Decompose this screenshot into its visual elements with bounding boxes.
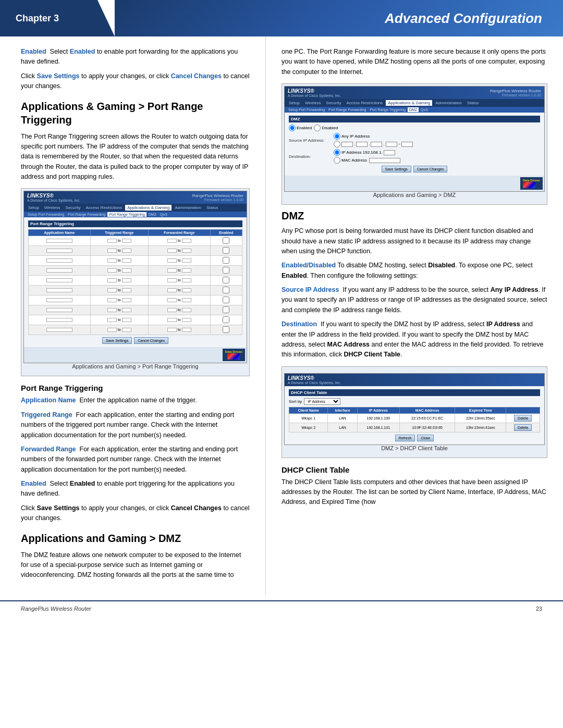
intro-save: Click Save Settings to apply your change…	[21, 71, 250, 92]
table-row: to to	[29, 246, 242, 256]
dnav-status[interactable]: Status	[465, 100, 481, 106]
dnav-wireless[interactable]: Wireless	[303, 100, 323, 106]
router-header: LINKSYS® A Division of Cisco Systems, In…	[24, 191, 247, 204]
table-row: to to	[29, 305, 242, 315]
footer-product: RangePlus Wireless Router	[21, 606, 91, 612]
dmz-source-row: Source IP Address: Any IP Address .	[289, 133, 540, 147]
router-version: Firmware version 1.0.00	[192, 198, 243, 202]
dhcp-section-title: DHCP Client Table	[289, 389, 540, 396]
nav-admin[interactable]: Administration	[173, 205, 203, 211]
subnav-porttrigger[interactable]: Port Range Triggering	[107, 212, 146, 217]
main-content: Enabled Select Enabled to enable port fo…	[0, 36, 563, 595]
router-action-buttons: Save Settings Cancel Changes	[28, 337, 242, 344]
source-ip-5[interactable]	[401, 142, 413, 147]
dmz-content: DMZ Enabled Disabled	[285, 113, 544, 176]
router-logo: LINKSYS®	[27, 193, 80, 199]
source-ip-4[interactable]	[386, 142, 397, 147]
dhcp-table-row: Wkspc 1 LAN 192.168.1.100 22:15:63:CC:F1…	[289, 413, 540, 423]
dhcp-caption: DMZ > DHCP Client Table	[284, 445, 545, 451]
dmz-data-driven-logo: Data Driven	[520, 177, 543, 190]
dmz-subnav: Setup Port Forwarding Port Range Forward…	[285, 107, 544, 113]
nav-wireless[interactable]: Wireless	[42, 205, 63, 211]
subnav-portrange[interactable]: Port Range Forwarding	[66, 212, 107, 217]
subnav-qos[interactable]: QoS	[158, 212, 169, 217]
section2-heading: Applications and Gaming > DMZ	[21, 532, 250, 545]
source-ip-2[interactable]	[356, 142, 368, 147]
subnav-portfwd[interactable]: Setup Port Forwarding	[26, 212, 66, 217]
dest-mac-radio[interactable]	[334, 157, 340, 164]
dhcp-refresh-button[interactable]: Refresh	[395, 435, 415, 441]
dmz-screenshot-caption: Applications and Gaming > DMZ	[284, 192, 545, 198]
dest-mac-field[interactable]	[369, 158, 400, 163]
dhcp-logo: LINKSYS®	[288, 375, 341, 381]
dmz-save-button[interactable]: Save Settings	[382, 166, 411, 172]
dhcp-delete-btn-2[interactable]: Delete	[514, 424, 532, 431]
page-header: Chapter 3 Advanced Configuration	[0, 0, 563, 36]
nav-setup[interactable]: Setup	[26, 205, 41, 211]
dmz-logo: LINKSYS®	[288, 88, 341, 94]
nav-status[interactable]: Status	[204, 205, 221, 211]
dmz-disabled-radio[interactable]	[314, 125, 321, 131]
dsubnav-portfwd[interactable]: Setup Port Forwarding	[287, 107, 326, 112]
port-range-heading: Port Range Triggering	[21, 384, 250, 392]
chapter-label: Chapter 3	[0, 0, 115, 36]
enabled-desc: Enabled Select Enabled to enable port tr…	[21, 479, 250, 499]
dmz-cancel-button[interactable]: Cancel Changes	[413, 166, 448, 172]
dnav-admin[interactable]: Administration	[433, 100, 464, 106]
header-right: Advanced Configuration	[115, 0, 563, 36]
dhcp-delete-btn-1[interactable]: Delete	[514, 415, 532, 422]
source-label: Source IP Address:	[289, 138, 331, 143]
subnav-dmz[interactable]: DMZ	[147, 212, 158, 217]
source-any-radio[interactable]	[334, 133, 340, 140]
dhcp-content: DHCP Client Table Sort by IP Address Cli…	[285, 386, 544, 445]
dhcp-header: LINKSYS® A Division of Cisco Systems, In…	[285, 374, 544, 386]
dsubnav-portrange[interactable]: Port Range Forwarding	[327, 107, 368, 112]
dhcp-sortby: Sort by IP Address Client Name Interface…	[289, 398, 540, 405]
cancel-changes-button[interactable]: Cancel Changes	[134, 337, 168, 344]
dsubnav-dmz[interactable]: DMZ	[408, 107, 419, 112]
dhcp-table-row: Wkspc 2 LAN 192.168.1.101 10:9F:32:4E:D3…	[289, 423, 540, 432]
dhcp-close-button[interactable]: Close	[417, 435, 434, 441]
dest-ip-field[interactable]	[384, 150, 395, 155]
dsubnav-porttrigger[interactable]: Port Range Triggering	[368, 107, 407, 112]
dnav-access[interactable]: Access Restrictions	[344, 100, 385, 106]
router-section-title: Port Range Triggering	[28, 220, 242, 227]
dmz-header: LINKSYS® A Division of Cisco Systems, In…	[285, 87, 544, 99]
dmz-model: RangePlus Wireless Router	[490, 89, 541, 93]
dnav-appsgaming[interactable]: Applications & Gaming	[386, 100, 432, 106]
table-row: to to	[29, 286, 242, 295]
router-subnav: Setup Port Forwarding Port Range Forward…	[24, 212, 247, 217]
dmz-screenshot: LINKSYS® A Division of Cisco Systems, In…	[282, 83, 547, 205]
dmz-enabled-row: Enabled Disabled	[289, 125, 540, 131]
section2-body: The DMZ feature allows one network compu…	[21, 550, 250, 581]
nav-security[interactable]: Security	[64, 205, 83, 211]
source-ip-3[interactable]	[371, 142, 382, 147]
dmz-buttons: Save Settings Cancel Changes	[289, 166, 540, 172]
dest-ip-radio[interactable]	[334, 149, 340, 156]
table-row: to to	[29, 236, 242, 246]
nav-appsgaming[interactable]: Applications & Gaming	[125, 205, 172, 211]
dnav-setup[interactable]: Setup	[287, 100, 302, 106]
dhcp-sort-select[interactable]: IP Address Client Name Interface MAC Add…	[304, 398, 340, 405]
save-settings-button[interactable]: Save Settings	[102, 337, 132, 344]
table-row: to to	[29, 295, 242, 305]
dhcp-body: The DHCP Client Table lists computers an…	[282, 477, 547, 508]
dmz-heading: DMZ	[282, 210, 547, 222]
port-range-screenshot: LINKSYS® A Division of Cisco Systems, In…	[21, 188, 250, 376]
table-row: to to	[29, 315, 242, 325]
router-nav: Setup Wireless Security Access Restricti…	[24, 204, 247, 212]
dmz-dest-row: Destination: IP Address 192.168.1. MAC A…	[289, 149, 540, 164]
dnav-security[interactable]: Security	[324, 100, 344, 106]
source-range-radio[interactable]	[334, 141, 340, 147]
router-table: Application Name Triggered Range Forward…	[28, 229, 242, 335]
source-ip-1[interactable]	[341, 142, 353, 147]
dmz-section-title: DMZ	[289, 116, 540, 122]
nav-access[interactable]: Access Restrictions	[83, 205, 124, 211]
page-footer: RangePlus Wireless Router 23	[0, 600, 563, 616]
dhcp-screenshot: LINKSYS® A Division of Cisco Systems, In…	[282, 366, 547, 458]
save-cancel-desc: Click Save Settings to apply your change…	[21, 503, 250, 524]
dsubnav-qos[interactable]: QoS	[419, 107, 430, 112]
right-column: one PC. The Port Range Forwarding featur…	[266, 36, 563, 595]
intro-enabled: Enabled Select Enabled to enable port fo…	[21, 47, 250, 67]
dmz-enabled-radio[interactable]	[289, 125, 296, 131]
